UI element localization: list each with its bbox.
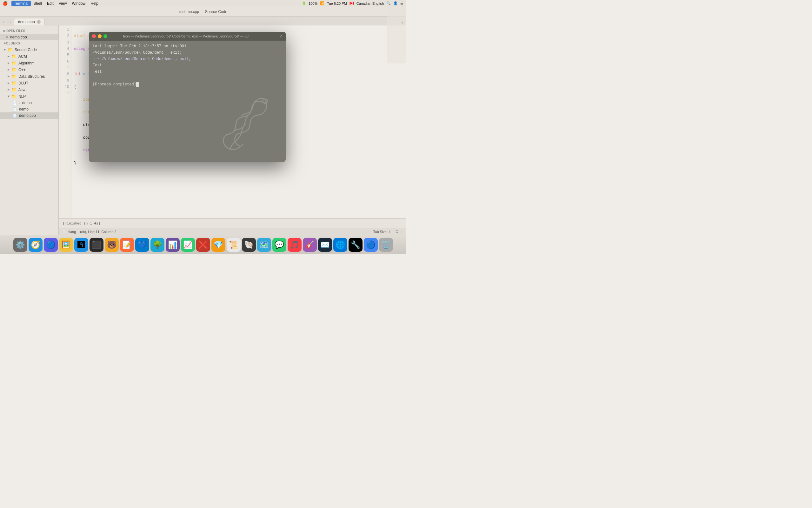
dock-maps[interactable]: 🗺️ (257, 238, 271, 252)
status-language: C++ (396, 230, 402, 234)
terminal-cursor (136, 82, 139, 87)
folder-icon: 📁 (11, 67, 16, 72)
dock-sourcetree[interactable]: 🌳 (150, 238, 165, 252)
folder-label-nlp: NLP (18, 94, 26, 99)
dock-ukelele[interactable]: 🎸 (303, 238, 317, 252)
battery-level: 100% (309, 2, 317, 5)
sidebar-folder-java[interactable]: ▶ 📁 Java (0, 86, 58, 93)
line-num-5: 5 (59, 52, 69, 58)
menu-icon[interactable]: ☰ (400, 1, 403, 5)
dock-bear[interactable]: 🐻 (105, 238, 119, 252)
folder-triangle-icon: ▶ (8, 55, 9, 58)
sidebar-file-dotdemo[interactable]: 📄 ._demo (0, 100, 58, 106)
terminal-close-btn[interactable] (92, 34, 96, 38)
dock-terminal[interactable]: ⬛ (90, 238, 103, 252)
tab-next-btn[interactable]: › (8, 19, 13, 25)
folder-label-java: Java (18, 88, 26, 92)
sidebar-folder-nlp[interactable]: ▶ 📁 NLP (0, 93, 58, 100)
tab-label: demo.cpp (18, 20, 35, 24)
line-num-6: 6 (59, 58, 69, 65)
flag-icon: 🇨🇦 (350, 1, 354, 5)
dock-itunes[interactable]: 🎵 (287, 238, 302, 252)
notification-icon[interactable]: 👤 (393, 1, 398, 5)
folder-triangle-icon: ▶ (8, 68, 9, 71)
sidebar-file-demo-cpp[interactable]: 📄 demo.cpp (0, 113, 58, 119)
language-display: Canadian English (357, 2, 384, 5)
menu-shell[interactable]: Shell (31, 1, 44, 6)
menu-window[interactable]: Window (70, 1, 88, 6)
file-label-dotdemo: ._demo (19, 101, 32, 105)
folder-icon: 📁 (11, 94, 16, 99)
terminal-body[interactable]: Last login: Tue Feb 2 18:17:57 on ttys00… (89, 41, 286, 162)
folder-label-algorithm: Algorithm (18, 61, 35, 66)
dock-siri[interactable]: 🔵 (44, 238, 58, 252)
dock-numbers[interactable]: 📈 (181, 238, 195, 252)
menu-help[interactable]: Help (88, 1, 101, 6)
dock-sketch[interactable]: 💎 (212, 238, 225, 252)
terminal-minimize-btn[interactable] (98, 34, 101, 38)
folder-label-source-code: Source Code (14, 48, 37, 52)
folder-icon: 📁 (8, 47, 13, 52)
dock-chrome[interactable]: 🔵 (364, 238, 378, 252)
line-num-8: 8 (59, 71, 69, 78)
dock-trash[interactable]: 🗑️ (379, 238, 393, 252)
sidebar-folder-data-structures[interactable]: ▶ 📁 Data Structures (0, 73, 58, 80)
dock: ⚙️ 🧭 🔵 🖼️ 🅰 ⬛ 🐻 📝 💙 🌳 📊 📈 ❌ 💎 📜 🐚 🗺️ 💬 🎵… (0, 235, 406, 254)
sidebar-folder-source-code[interactable]: ▶ 📁 Source Code (0, 46, 58, 53)
dock-edge[interactable]: 🌐 (333, 238, 347, 252)
tab-close-btn[interactable]: ✕ (37, 20, 41, 24)
terminal-titlebar: leon — /Volumes/Leon/Source\ Code/demo; … (89, 32, 286, 41)
line-num-4: 4 (59, 46, 69, 52)
folder-triangle-icon: ▶ (8, 88, 9, 91)
terminal-line-7: [Process completed] (93, 81, 282, 88)
dock-franz[interactable]: ✉️ (318, 238, 332, 252)
sidebar-file-demo[interactable]: 📄 demo (0, 106, 58, 113)
tab-prev-btn[interactable]: ‹ (1, 19, 6, 25)
folder-triangle-icon: ▶ (8, 61, 9, 65)
terminal-resize-btn[interactable]: ⤢ (279, 34, 282, 38)
dock-omnigraffle[interactable]: 📊 (166, 238, 180, 252)
line-num-11: 11 (59, 90, 69, 96)
output-bar: [Finished in 1.4s] (59, 218, 406, 228)
dock-safari[interactable]: 🧭 (29, 238, 43, 252)
menubar-right: 🔋 100% 📶 Tue 6:20 PM 🇨🇦 Canadian English… (302, 1, 403, 5)
open-file-demo-cpp[interactable]: ✕ demo.cpp (0, 34, 58, 40)
minimap (387, 26, 406, 64)
terminal-line-2: /Volumes/Leon/Source\ Code/demo ; exit; (93, 49, 282, 56)
file-label-demo: demo (19, 107, 29, 112)
svg-point-0 (263, 99, 268, 103)
line-num-2: 2 (59, 33, 69, 39)
dock-photos[interactable]: 🖼️ (59, 238, 73, 252)
terminal-maximize-btn[interactable] (103, 34, 107, 38)
file-icon: 📄 (13, 114, 17, 118)
dock-vscode[interactable]: 💙 (135, 238, 149, 252)
title-dot-icon: ● (179, 9, 181, 14)
dock-crossover[interactable]: ❌ (196, 238, 210, 252)
dock-intellij[interactable]: 🔧 (349, 238, 362, 252)
dock-shell[interactable]: 🐚 (242, 238, 256, 252)
menubar: 🍎 Terminal Shell Edit View Window Help 🔋… (0, 0, 406, 7)
file-icon: 📄 (13, 107, 17, 112)
menu-view[interactable]: View (56, 1, 70, 6)
dock-messages[interactable]: 💬 (272, 238, 286, 252)
tab-demo-cpp[interactable]: demo.cpp ✕ (14, 18, 45, 26)
dock-appstore[interactable]: 🅰 (74, 238, 88, 252)
sidebar-folder-algorithm[interactable]: ▶ 📁 Algorithm (0, 60, 58, 67)
sidebar-folder-cpp[interactable]: ▶ 📁 C++ (0, 67, 58, 73)
dock-script-editor[interactable]: 📜 (227, 238, 241, 252)
search-icon[interactable]: 🔍 (386, 1, 391, 5)
status-compiler: clang++(ok), Line 11, Column 2 (67, 230, 116, 234)
close-icon-file[interactable]: ✕ (6, 36, 8, 39)
tabbar: ‹ › demo.cpp ✕ ▾ (0, 16, 406, 26)
dock-system-prefs[interactable]: ⚙️ (13, 238, 27, 252)
line-num-9: 9 (59, 78, 69, 84)
dock-sublime[interactable]: 📝 (120, 238, 134, 252)
folder-icon: 📁 (11, 87, 16, 92)
title-text: demo.cpp — Source Code (182, 9, 227, 14)
apple-menu[interactable]: 🍎 (3, 1, 8, 6)
sidebar-folder-dlut[interactable]: ▶ 📁 DLUT (0, 80, 58, 86)
editor-wrapper: 1 2 3 4 5 6 7 8 9 10 11 #include <bits/s… (59, 26, 406, 235)
menu-terminal[interactable]: Terminal (11, 1, 31, 6)
menu-edit[interactable]: Edit (44, 1, 56, 6)
sidebar-folder-acm[interactable]: ▶ 📁 ACM (0, 53, 58, 60)
